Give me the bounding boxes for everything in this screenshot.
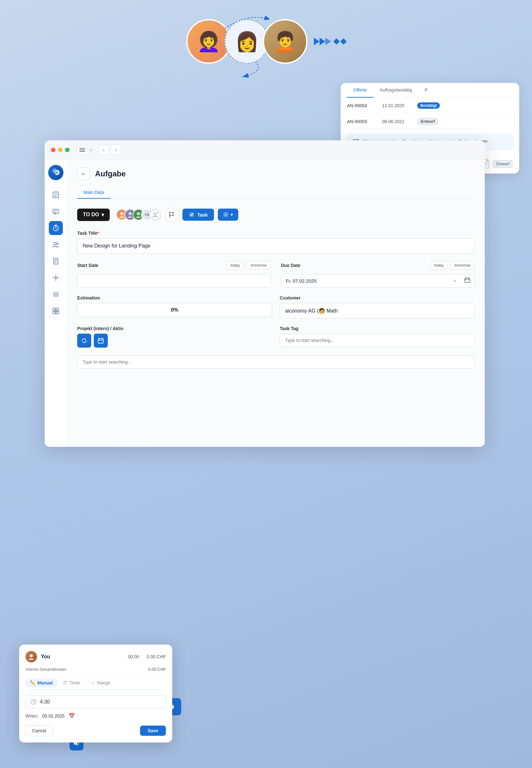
- flag-button[interactable]: [165, 208, 179, 222]
- sidebar-item-users[interactable]: [49, 238, 63, 252]
- tab-bar: Main Data: [77, 187, 475, 199]
- sidebar-item-tasks[interactable]: [49, 188, 63, 202]
- sidebar-toggle-button[interactable]: [77, 145, 87, 155]
- svg-rect-2: [79, 151, 85, 152]
- project-col: Projekt (intern) / Aktiv: [77, 326, 272, 348]
- minimize-button[interactable]: [58, 148, 63, 152]
- due-date-input[interactable]: [281, 274, 450, 287]
- doc-tab-auftragsbestatigt[interactable]: Auftragsbestätig: [373, 83, 418, 98]
- popup-header: You 00:00 0.00 CHF: [26, 651, 166, 662]
- estimation-input[interactable]: [77, 303, 272, 317]
- start-today-button[interactable]: today: [226, 261, 244, 270]
- when-date-value: 05.02.2025: [42, 713, 64, 719]
- avatar-section: 👩‍🦱 👩 🧑‍🦱: [186, 19, 346, 64]
- when-label: When:: [26, 713, 38, 719]
- popup-actions: Cancel Save: [26, 725, 166, 736]
- nav-forward-button[interactable]: ›: [111, 145, 121, 155]
- range-tab-label: Range: [97, 680, 110, 685]
- start-date-input[interactable]: [78, 274, 270, 287]
- popup-cost-value: 0.00 CHF: [147, 654, 166, 659]
- due-date-clear-button[interactable]: ×: [450, 278, 460, 284]
- popup-tabs: ✏️ Manual ⏱ Timer ↔️ Range: [26, 678, 166, 690]
- task-tag-col: Task Tag: [280, 326, 475, 348]
- doc-row-2: AN-00003 08.06.2021 Entwurf: [341, 114, 519, 130]
- project-calendar-button[interactable]: [94, 334, 108, 348]
- todo-label: TO DO: [83, 212, 99, 218]
- popup-tab-manual[interactable]: ✏️ Manual: [26, 678, 57, 687]
- task-tag-input[interactable]: [280, 334, 475, 347]
- timer-icon: ⏱: [63, 680, 67, 685]
- doc-badge-entwurf: Entwurf: [417, 118, 439, 125]
- tab-main-data[interactable]: Main Data: [77, 187, 110, 199]
- svg-point-35: [129, 212, 132, 215]
- due-date-calendar-button[interactable]: [460, 277, 474, 285]
- svg-point-36: [137, 212, 140, 215]
- window-controls: ▾: [77, 145, 92, 155]
- doc-tab-p[interactable]: P: [418, 83, 434, 98]
- svg-rect-3: [81, 148, 82, 152]
- sidebar-logo[interactable]: AI: [48, 165, 63, 180]
- svg-rect-32: [53, 311, 55, 314]
- when-row: When: 05.02.2025 📅: [26, 713, 166, 719]
- sidebar-item-timer[interactable]: [49, 221, 63, 235]
- customer-label: Customer: [280, 295, 475, 300]
- manual-tab-label: Manual: [37, 680, 53, 685]
- date-row: Start Date today tomorrow Due Date: [77, 261, 475, 288]
- project-reset-button[interactable]: [77, 334, 91, 348]
- traffic-lights: [51, 148, 70, 152]
- start-tomorrow-button[interactable]: tomorrow: [247, 261, 271, 270]
- task-button[interactable]: Task: [182, 209, 214, 221]
- project-label: Projekt (intern) / Aktiv: [77, 326, 272, 331]
- back-button[interactable]: ←: [77, 167, 90, 180]
- sidebar-item-messages[interactable]: [49, 204, 63, 218]
- start-date-col: Start Date today tomorrow: [77, 261, 271, 288]
- assignee-group: +1: [116, 209, 161, 220]
- svg-point-34: [120, 212, 123, 215]
- maximize-button[interactable]: [65, 148, 70, 152]
- add-assignee-button[interactable]: [149, 209, 161, 220]
- app-body: AI: [45, 160, 485, 447]
- main-content: ← Aufgabe Main Data TO DO ▾: [67, 160, 485, 447]
- popup-user-name: You: [41, 654, 124, 660]
- pdf-badge: Entwurf: [493, 160, 513, 168]
- manual-icon: ✏️: [30, 680, 35, 685]
- due-tomorrow-button[interactable]: tomorrow: [450, 261, 475, 270]
- due-today-button[interactable]: today: [430, 261, 448, 270]
- customer-input[interactable]: [280, 303, 475, 318]
- time-input-row: 🕐 4:30: [26, 695, 166, 708]
- sidebar-item-list[interactable]: [49, 287, 63, 301]
- doc-date-2: 08.06.2021: [382, 119, 411, 124]
- task-tag-label: Task Tag: [280, 326, 475, 331]
- nav-back-button[interactable]: ‹: [99, 145, 109, 155]
- avatar-1: 👩‍🦱: [186, 19, 231, 64]
- settings-button[interactable]: ▾: [218, 209, 238, 221]
- svg-rect-7: [53, 192, 59, 198]
- doc-id-2: AN-00003: [347, 119, 376, 124]
- cancel-button[interactable]: Cancel: [26, 725, 53, 736]
- popup-tab-timer[interactable]: ⏱ Timer: [58, 678, 85, 687]
- task-title-section: Task Title*: [77, 231, 475, 254]
- sidebar-item-integrations[interactable]: [49, 271, 63, 285]
- search-input[interactable]: [77, 355, 475, 369]
- svg-point-17: [56, 243, 58, 245]
- time-input-value: 4:30: [40, 699, 50, 705]
- when-calendar-icon[interactable]: 📅: [69, 713, 75, 719]
- start-date-label: Start Date: [77, 263, 98, 268]
- sidebar-item-docs[interactable]: [49, 254, 63, 268]
- popup-tab-range[interactable]: ↔️ Range: [86, 678, 115, 687]
- pdf-wrap: 📄 Entwurf: [480, 159, 513, 169]
- task-title-input[interactable]: [77, 238, 475, 254]
- clock-icon: 🕐: [30, 699, 37, 705]
- svg-point-40: [189, 212, 194, 217]
- sidebar-item-grid[interactable]: [49, 304, 63, 318]
- close-button[interactable]: [51, 148, 55, 152]
- popup-sub-cost: 0.00 CHF: [148, 667, 166, 672]
- save-button[interactable]: Save: [140, 726, 166, 736]
- todo-status-badge[interactable]: TO DO ▾: [77, 209, 110, 221]
- svg-rect-42: [465, 278, 470, 283]
- doc-tab-offerte[interactable]: Offerte: [347, 83, 373, 98]
- doc-badge-bestatigt: Bestätigt: [417, 102, 440, 109]
- svg-point-37: [154, 213, 156, 215]
- dropdown-arrow[interactable]: ▾: [90, 148, 92, 152]
- svg-point-41: [225, 214, 227, 216]
